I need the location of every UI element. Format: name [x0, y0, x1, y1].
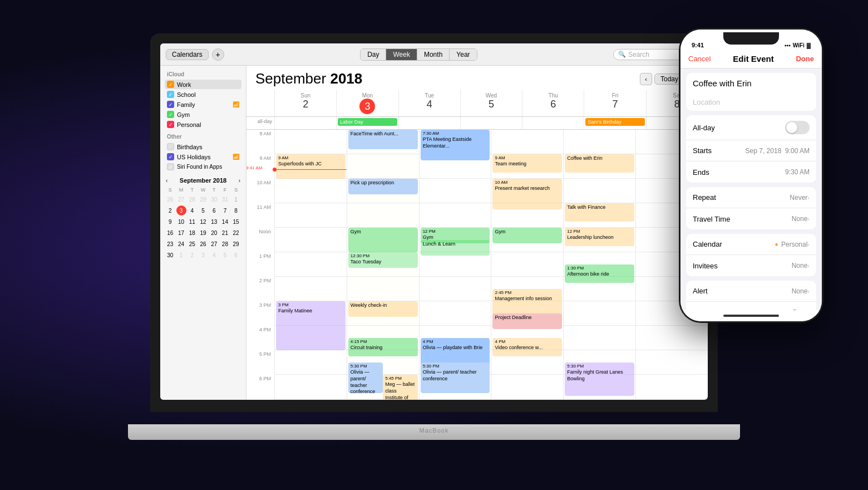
- iphone-cancel-button[interactable]: Cancel: [688, 55, 711, 63]
- all-day-thu[interactable]: [522, 117, 584, 129]
- tab-week[interactable]: Week: [386, 49, 417, 60]
- mini-cal-prev[interactable]: ‹: [166, 178, 167, 184]
- mini-cal-day-23[interactable]: 23: [165, 239, 175, 249]
- add-calendar-button[interactable]: +: [212, 48, 224, 61]
- iphone-alert-field[interactable]: Alert None ›: [686, 281, 816, 302]
- week-header-tue[interactable]: Tue 4: [398, 90, 460, 116]
- birthdays-checkbox[interactable]: [167, 143, 174, 150]
- personal-checkbox[interactable]: ✓: [167, 121, 174, 128]
- mini-cal-day-8[interactable]: 8: [231, 205, 241, 215]
- iphone-ends-field[interactable]: Ends 9:30 AM: [686, 161, 816, 183]
- iphone-calendar-field[interactable]: Calendar ● Personal ›: [686, 234, 816, 255]
- mini-cal-day-28a[interactable]: 28: [187, 194, 197, 204]
- tab-month[interactable]: Month: [417, 49, 450, 60]
- event-coffee-erin[interactable]: Coffee with Erin: [565, 154, 634, 173]
- day-col-thu[interactable]: Coffee with Erin Talk with Finance: [563, 130, 635, 400]
- iphone-done-button[interactable]: Done: [796, 55, 814, 63]
- nav-prev-arrow[interactable]: ‹: [640, 73, 652, 85]
- event-gym-wed[interactable]: Gym: [492, 228, 562, 243]
- iphone-repeat-field[interactable]: Repeat Never ›: [686, 187, 816, 208]
- event-circuit[interactable]: 4:15 PM Circuit training: [348, 338, 418, 356]
- allday-toggle[interactable]: [785, 121, 810, 134]
- mini-cal-day-26a[interactable]: 26: [165, 194, 175, 204]
- mini-cal-day-6[interactable]: 6: [209, 205, 219, 215]
- day-col-wed[interactable]: 9 AM Team meeting 10 AM Present market r…: [491, 130, 563, 400]
- event-olivia-ptc[interactable]: 5:30 PM Olivia — parent/ teacher confere…: [348, 362, 383, 393]
- mini-cal-day-1a[interactable]: 1: [231, 194, 241, 204]
- sidebar-item-school[interactable]: ✓ School: [165, 90, 241, 99]
- iphone-form[interactable]: Coffee with Erin Location All-day Starts…: [680, 68, 822, 310]
- mini-cal-day-5b[interactable]: 5: [220, 250, 230, 260]
- iphone-show-as-field[interactable]: Show As Busy ›: [686, 302, 816, 310]
- event-gym-mon[interactable]: Gym: [348, 228, 418, 252]
- mini-cal-day-17[interactable]: 17: [176, 228, 186, 238]
- event-team-meeting[interactable]: 9 AM Team meeting: [492, 154, 562, 173]
- week-header-thu[interactable]: Thu 6: [522, 90, 584, 116]
- event-prescription[interactable]: Pick up prescription: [348, 179, 418, 194]
- week-header-mon[interactable]: Mon 3: [336, 90, 398, 116]
- iphone-event-name[interactable]: Coffee with Erin: [686, 73, 816, 94]
- event-bike-ride[interactable]: 1:30 PM Afternoon bike ride: [565, 264, 634, 283]
- week-header-sun[interactable]: Sun 2: [274, 90, 336, 116]
- event-family-matinee[interactable]: 3 PM Family Matinee: [276, 301, 346, 350]
- sams-birthday-event[interactable]: Sam's Birthday: [585, 118, 644, 126]
- mini-cal-day-18[interactable]: 18: [187, 228, 197, 238]
- mini-cal-day-5[interactable]: 5: [198, 205, 208, 215]
- sidebar-item-us-holidays[interactable]: ✓ US Holidays 📶: [165, 152, 241, 161]
- event-family-night[interactable]: 5:30 PM Family night Great Lanes Bowling: [565, 362, 634, 396]
- mini-cal-day-2b[interactable]: 2: [187, 250, 197, 260]
- event-taco-tuesday[interactable]: 12:30 PM Taco Tuesday: [348, 252, 418, 268]
- mini-cal-day-10[interactable]: 10: [176, 217, 186, 227]
- calendars-button[interactable]: Calendars: [166, 49, 209, 60]
- iphone-starts-field[interactable]: Starts Sep 7, 2018 9:00 AM: [686, 140, 816, 161]
- event-superfoods[interactable]: 9 AM Superfoods with JC: [276, 154, 346, 179]
- mini-cal-day-20[interactable]: 20: [209, 228, 219, 238]
- siri-found-checkbox[interactable]: ✓: [167, 163, 174, 170]
- sidebar-item-birthdays[interactable]: Birthdays: [165, 142, 241, 151]
- event-meg-ballet[interactable]: 5:45 PM Meg — ballet class Institute of …: [383, 375, 417, 400]
- event-pta[interactable]: 7:30 AM PTA Meeting Eastside Elementar..…: [421, 130, 490, 160]
- mini-cal-day-3[interactable]: 3: [176, 205, 186, 215]
- mini-cal-day-2[interactable]: 2: [165, 205, 175, 215]
- event-talk-finance[interactable]: Talk with Finance: [565, 203, 634, 222]
- mini-cal-day-16[interactable]: 16: [165, 228, 175, 238]
- mini-cal-day-11[interactable]: 11: [187, 217, 197, 227]
- all-day-mon[interactable]: Labor Day: [336, 117, 398, 129]
- mini-cal-day-3b[interactable]: 3: [198, 250, 208, 260]
- iphone-invitees-field[interactable]: Invitees None ›: [686, 255, 816, 276]
- event-market-research[interactable]: 10 AM Present market research: [492, 179, 562, 209]
- week-header-fri[interactable]: Fri 7: [584, 90, 645, 116]
- tab-year[interactable]: Year: [450, 49, 476, 60]
- mini-cal-day-25[interactable]: 25: [187, 239, 197, 249]
- school-checkbox[interactable]: ✓: [167, 91, 174, 98]
- day-col-mon[interactable]: FaceTime with Aunt... Gym: [347, 130, 419, 400]
- mini-cal-day-30a[interactable]: 30: [209, 194, 219, 204]
- mini-cal-day-1b[interactable]: 1: [176, 250, 186, 260]
- mini-cal-day-19[interactable]: 19: [198, 228, 208, 238]
- day-col-tue[interactable]: 7:30 AM PTA Meeting Eastside Elementar..…: [419, 130, 491, 400]
- week-scroll-area[interactable]: 8 AM 9 AM 10 AM 11 AM Noon 1 PM 2 PM 3 P…: [246, 130, 708, 400]
- all-day-fri[interactable]: Sam's Birthday: [584, 117, 645, 129]
- mini-cal-day-30[interactable]: 30: [165, 250, 175, 260]
- family-checkbox[interactable]: ✓: [167, 101, 174, 108]
- mini-cal-day-24[interactable]: 24: [176, 239, 186, 249]
- all-day-sun[interactable]: [274, 117, 336, 129]
- us-holidays-checkbox[interactable]: ✓: [167, 153, 174, 160]
- event-olivia-ptc-tue[interactable]: 5:30 PM Olivia — parent/ teacher confere…: [421, 362, 490, 393]
- event-lunch-learn[interactable]: Lunch & Learn: [421, 240, 490, 256]
- mini-cal-day-26[interactable]: 26: [198, 239, 208, 249]
- mini-cal-day-6b[interactable]: 6: [231, 250, 241, 260]
- mini-cal-next[interactable]: ›: [239, 178, 240, 184]
- week-header-wed[interactable]: Wed 5: [460, 90, 522, 116]
- mini-cal-day-22[interactable]: 22: [231, 228, 241, 238]
- mini-cal-day-21[interactable]: 21: [220, 228, 230, 238]
- iphone-location-field[interactable]: Location: [686, 94, 816, 111]
- event-weekly-checkin[interactable]: Weekly check-in: [348, 301, 418, 317]
- mini-cal-day-27[interactable]: 27: [209, 239, 219, 249]
- mini-cal-day-4b[interactable]: 4: [209, 250, 219, 260]
- mini-cal-day-14[interactable]: 14: [220, 217, 230, 227]
- sidebar-item-siri-found[interactable]: ✓ Siri Found in Apps: [165, 162, 241, 171]
- mini-cal-day-13[interactable]: 13: [209, 217, 219, 227]
- sidebar-item-personal[interactable]: ✓ Personal: [165, 120, 241, 129]
- mini-cal-day-7[interactable]: 7: [220, 205, 230, 215]
